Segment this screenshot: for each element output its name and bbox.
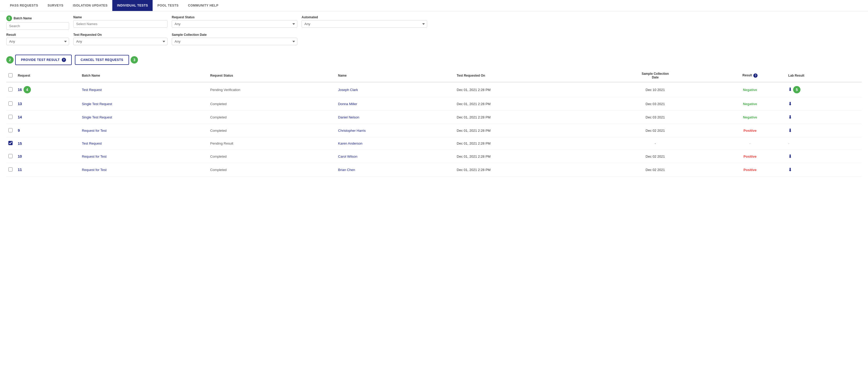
automated-select[interactable]: Any [302,20,427,28]
download-icon-1[interactable]: ⬇ [788,101,792,106]
info-icon[interactable]: ? [62,58,66,62]
table-row: 9Request for TestCompletedChristopher Ha… [6,124,862,137]
test-requested-on-3: Dec 01, 2021 2:28 PM [457,129,491,133]
result-3: Positive [743,129,756,133]
batch-name-link-4[interactable]: Test Request [82,141,102,145]
result-label: Result [6,33,69,37]
download-icon-2[interactable]: ⬇ [788,114,792,120]
step-badge-5: 5 [793,86,801,93]
sample-collection-label: Sample Collection Date [172,33,297,37]
batch-name-input[interactable] [6,22,69,30]
test-requested-on-filter: Test Requested On Any [73,33,167,45]
sample-collection-date-2: Dec 03 2021 [646,115,665,119]
batch-name-link-2[interactable]: Single Test Request [82,115,112,119]
test-requested-on-2: Dec 01, 2021 2:28 PM [457,115,491,119]
result-5: Positive [743,155,756,159]
result-info-icon[interactable]: ? [753,73,757,78]
name-link-5[interactable]: Carol Wilson [338,155,358,159]
test-requested-on-4: Dec 01, 2021 2:28 PM [457,141,491,145]
batch-name-label-wrap: 1 Batch Name [6,15,69,21]
table-row: 15Test RequestPending ResultKaren Anders… [6,137,862,150]
navigation: PASS REQUESTS SURVEYS ISOLATION UPDATES … [0,0,868,11]
batch-name-filter: 1 Batch Name [6,15,69,30]
row-checkbox-3[interactable] [8,128,12,132]
name-link-2[interactable]: Daniel Nelson [338,115,360,119]
table-row: 13Single Test RequestCompletedDonna Mill… [6,97,862,110]
filter-row-2: Result Any Test Requested On Any Sample … [6,33,862,45]
row-checkbox-1[interactable] [8,101,12,106]
request-num-2: 14 [18,115,22,119]
row-checkbox-6[interactable] [8,167,12,171]
lab-result-dash-4: - [788,141,789,145]
batch-name-link-0[interactable]: Test Request [82,88,102,92]
request-num-6: 11 [18,168,22,172]
request-status-5: Completed [210,155,227,159]
download-icon-3[interactable]: ⬇ [788,128,792,133]
step-badge-1: 1 [6,15,12,21]
nav-pool-tests[interactable]: POOL TESTS [153,0,183,11]
th-batch-name: Batch Name [80,69,208,82]
test-requested-on-6: Dec 01, 2021 2:28 PM [457,168,491,172]
request-status-0: Pending Verification [210,88,240,92]
filters-section: 1 Batch Name Name Request Status Any Aut… [0,11,868,53]
name-input[interactable] [73,20,167,28]
result-0: Negative [743,88,757,92]
nav-community-help[interactable]: COMMUNITY HELP [183,0,223,11]
row-checkbox-5[interactable] [8,154,12,158]
batch-name-link-6[interactable]: Request for Test [82,168,106,172]
download-icon-0[interactable]: ⬇ [788,87,792,92]
select-all-checkbox[interactable] [8,73,12,77]
result-select[interactable]: Any [6,38,69,45]
nav-isolation-updates[interactable]: ISOLATION UPDATES [68,0,112,11]
nav-surveys[interactable]: SURVEYS [43,0,68,11]
provide-test-result-button[interactable]: PROVIDE TEST RESULT ? [15,55,72,65]
name-link-6[interactable]: Brian Chen [338,168,355,172]
table-row: 10Request for TestCompletedCarol WilsonD… [6,150,862,163]
request-status-filter: Request Status Any [172,15,297,30]
request-status-3: Completed [210,129,227,133]
nav-individual-tests[interactable]: INDIVIDUAL TESTS [112,0,153,11]
download-icon-5[interactable]: ⬇ [788,154,792,159]
cancel-test-requests-wrap: CANCEL TEST REQUESTS 3 [75,55,138,65]
name-link-1[interactable]: Donna Miller [338,102,357,106]
cancel-test-requests-label: CANCEL TEST REQUESTS [81,58,123,62]
request-status-2: Completed [210,115,227,119]
step-badge-3: 3 [131,56,138,64]
request-num-0: 16 [18,88,22,92]
step-badge-2: 2 [6,56,13,64]
test-requested-on-0: Dec 01, 2021 2:28 PM [457,88,491,92]
sample-collection-date-4: - [655,141,656,145]
test-requested-on-select[interactable]: Any [73,38,167,45]
test-requested-on-1: Dec 01, 2021 2:28 PM [457,102,491,106]
results-table-container: Request Batch Name Request Status Name T… [0,69,868,176]
cancel-test-requests-button[interactable]: CANCEL TEST REQUESTS [75,55,129,65]
sample-collection-date-0: Dec 10 2021 [646,88,665,92]
th-sample-collection-date: Sample CollectionDate [596,69,714,82]
name-link-0[interactable]: Joseph Clark [338,88,358,92]
sample-collection-date-5: Dec 02 2021 [646,155,665,159]
nav-pass-requests[interactable]: PASS REQUESTS [5,0,43,11]
request-status-label: Request Status [172,15,297,19]
th-request-status: Request Status [208,69,336,82]
sample-collection-select[interactable]: Any [172,38,297,45]
filter-row-1: 1 Batch Name Name Request Status Any Aut… [6,15,862,30]
result-filter: Result Any [6,33,69,45]
row-checkbox-4[interactable] [8,141,12,145]
name-link-4[interactable]: Karen Anderson [338,141,363,145]
batch-name-link-5[interactable]: Request for Test [82,155,106,159]
result-6: Positive [743,168,756,172]
row-checkbox-0[interactable] [8,87,12,92]
table-row: 14Single Test RequestCompletedDaniel Nel… [6,110,862,124]
th-request: Request [16,69,80,82]
request-status-select[interactable]: Any [172,20,297,28]
name-link-3[interactable]: Christopher Harris [338,129,366,133]
provide-test-result-label: PROVIDE TEST RESULT [21,58,60,62]
row-checkbox-2[interactable] [8,115,12,119]
request-status-4: Pending Result [210,141,233,145]
batch-name-link-1[interactable]: Single Test Request [82,102,112,106]
request-num-1: 13 [18,102,22,106]
request-num-5: 10 [18,154,22,159]
th-test-requested-on: Test Requested On [455,69,596,82]
download-icon-6[interactable]: ⬇ [788,167,792,172]
batch-name-link-3[interactable]: Request for Test [82,129,106,133]
